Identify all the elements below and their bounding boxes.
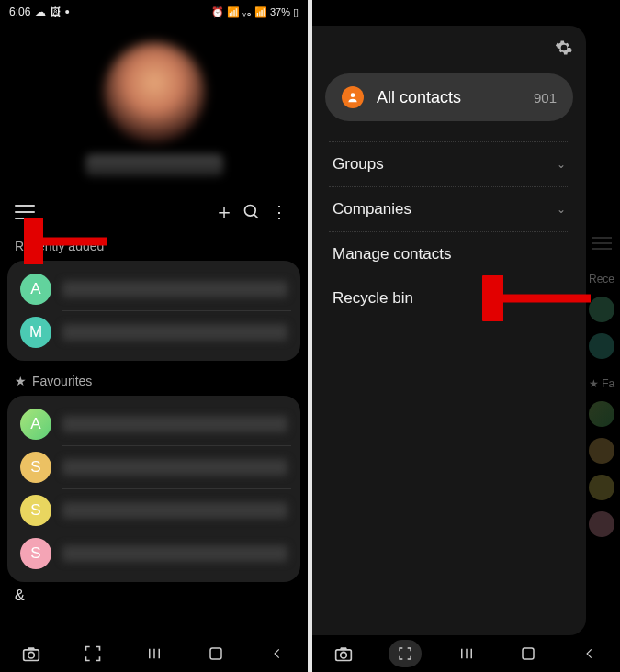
avatar: S [20,495,51,526]
svg-rect-18 [523,648,534,659]
navigation-drawer: All contacts 901 Groups ⌄ Companies ⌄ Ma… [312,26,586,635]
person-icon [342,86,364,108]
underlying-page-dim: Rece ★ Fa [583,26,620,635]
settings-gear-icon[interactable] [325,39,573,57]
chevron-down-icon: ⌄ [557,158,566,171]
status-icons-right: ⏰ 📶 ᵥₒ 📶 [211,6,267,18]
contact-name-blurred [62,281,287,297]
recently-added-header: Recently added [0,226,308,261]
svg-point-10 [351,93,355,97]
list-item[interactable]: S [17,446,291,488]
chevron-down-icon: ⌄ [557,203,566,216]
avatar: A [20,409,51,440]
contacts-count: 901 [534,90,557,106]
toolbar: ＋ ⋮ [0,198,308,226]
list-item[interactable]: S [17,489,291,532]
status-bar: 6:06 ☁ 🖼 • ⏰ 📶 ᵥₒ 📶 37% ▯ [0,0,308,24]
nav-back-icon[interactable] [573,640,606,667]
list-item[interactable]: S [17,532,291,575]
hamburger-icon[interactable] [15,205,35,219]
index-ampersand: & [0,582,308,610]
battery-icon: ▯ [293,6,299,18]
list-item[interactable]: M [17,311,291,353]
nav-recents-icon[interactable] [138,640,171,667]
contact-name-blurred [62,416,287,432]
drawer-groups[interactable]: Groups ⌄ [325,142,573,186]
contact-name-blurred [62,502,287,519]
status-icons-left: ☁ 🖼 [35,6,60,18]
svg-line-1 [254,215,258,218]
svg-rect-7 [210,648,221,659]
phone-left: 6:06 ☁ 🖼 • ⏰ 📶 ᵥₒ 📶 37% ▯ ＋ ⋮ Recently a… [0,0,308,672]
navbar [312,635,620,672]
status-battery: 37% [270,6,290,17]
avatar: S [20,538,51,569]
list-item[interactable]: A [17,403,291,445]
status-time: 6:06 [9,6,30,18]
nav-back-icon[interactable] [261,640,294,667]
avatar: S [20,452,51,483]
profile-header[interactable] [0,42,308,176]
svg-point-0 [245,206,256,217]
favourites-header: ★ Favourites [0,361,308,396]
avatar: A [20,274,51,305]
nav-camera-icon[interactable] [327,640,360,667]
nav-home-icon[interactable] [199,640,232,667]
drawer-companies[interactable]: Companies ⌄ [325,187,573,231]
drawer-manage-contacts[interactable]: Manage contacts [325,232,573,276]
nav-scan-icon[interactable] [389,640,422,667]
navbar [0,635,308,672]
more-icon[interactable]: ⋮ [265,202,293,222]
nav-recents-icon[interactable] [450,640,483,667]
drawer-recycle-bin[interactable]: Recycle bin [325,276,573,320]
all-contacts-row[interactable]: All contacts 901 [325,73,573,121]
contact-name-blurred [62,324,287,341]
svg-point-3 [28,652,34,658]
all-contacts-label: All contacts [377,88,534,107]
nav-scan-icon[interactable] [76,640,109,667]
nav-home-icon[interactable] [512,640,545,667]
svg-point-14 [340,652,346,658]
contact-name-blurred [62,459,287,476]
my-avatar[interactable] [104,42,205,143]
phone-right: 6:06 ☁ 🖼 • ⏰ 📶 ᵥₒ 📶 37% ▯ Rece ★ Fa [312,0,620,672]
status-dot: • [65,6,70,18]
search-icon[interactable] [238,203,265,221]
add-icon[interactable]: ＋ [210,198,238,226]
favourites-list: A S S S [7,396,300,582]
nav-camera-icon[interactable] [15,640,48,667]
star-icon: ★ [15,374,27,388]
contact-name-blurred [62,545,287,562]
my-name-blurred [85,154,223,176]
recently-added-list: A M [7,261,300,361]
list-item[interactable]: A [17,268,291,310]
avatar: M [20,317,51,348]
